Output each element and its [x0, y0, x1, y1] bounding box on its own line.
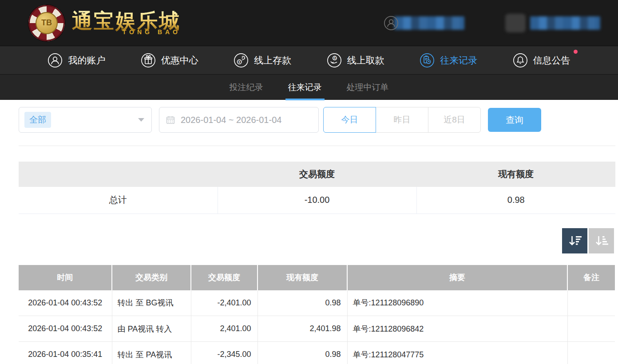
notification-dot — [574, 50, 578, 54]
cell-amount: -2,401.00 — [191, 290, 258, 316]
records-header-row: 时间 交易类别 交易额度 现有额度 摘要 备注 — [19, 265, 615, 290]
search-button[interactable]: 查询 — [488, 108, 541, 132]
gift-icon — [141, 53, 156, 68]
logged-in-username — [384, 16, 464, 31]
summary-total-balance: 0.98 — [416, 187, 615, 214]
sort-controls — [0, 228, 614, 253]
withdraw-hand-coin-icon: $ — [327, 53, 342, 68]
redacted-username — [394, 16, 464, 30]
bell-icon — [513, 53, 528, 68]
user-icon — [48, 53, 63, 68]
cell-summary: 单号:121128096890 — [347, 290, 567, 316]
summary-total-label: 总计 — [19, 187, 218, 214]
divider — [19, 146, 615, 146]
yesterday-button[interactable]: 昨日 — [376, 107, 428, 133]
nav-item-label: 我的账户 — [68, 54, 105, 67]
nav-item-promotions[interactable]: 优惠中心 — [141, 53, 198, 68]
today-button[interactable]: 今日 — [323, 107, 376, 133]
nav-item-label: 优惠中心 — [161, 54, 198, 67]
nav-item-announcements[interactable]: 信息公告 — [513, 53, 570, 68]
nav-item-label: 信息公告 — [533, 54, 570, 67]
table-row: 2026-01-04 00:43:52 转出 至 BG视讯 -2,401.00 … — [19, 290, 615, 316]
summary-header-balance: 现有额度 — [416, 162, 615, 187]
chevron-down-icon — [138, 118, 144, 122]
brand-logo: TB 通宝娱乐城 TONG BAO — [28, 5, 181, 41]
cell-time: 2026-01-04 00:43:52 — [19, 290, 112, 316]
tab-betting-records[interactable]: 投注纪录 — [229, 75, 264, 100]
cell-note — [567, 290, 615, 316]
header-time: 时间 — [19, 265, 112, 290]
last-8-days-button[interactable]: 近8日 — [428, 107, 481, 133]
site-header: TB 通宝娱乐城 TONG BAO — [0, 0, 618, 46]
sort-descending-button[interactable] — [562, 228, 587, 253]
sort-desc-icon — [567, 233, 582, 248]
summary-total-row: 总计 -10.00 0.98 — [19, 187, 615, 214]
cell-summary: 单号:121128047775 — [347, 342, 567, 364]
records-table: 时间 交易类别 交易额度 现有额度 摘要 备注 2026-01-04 00:43… — [19, 265, 615, 364]
cell-balance: 0.98 — [258, 342, 347, 364]
summary-total-transaction: -10.00 — [218, 187, 416, 214]
summary-header-empty — [19, 162, 218, 187]
nav-item-online-deposit[interactable]: ¥ 线上存款 — [234, 53, 291, 68]
poker-chip-logo-icon: TB — [28, 5, 65, 41]
cell-type: 由 PA视讯 转入 — [112, 316, 191, 342]
cell-amount: -2,345.00 — [191, 342, 258, 364]
sort-asc-icon — [594, 233, 609, 248]
brand-subtitle: TONG BAO — [123, 28, 181, 36]
calendar-icon — [166, 115, 175, 125]
type-select[interactable]: 全部 — [19, 107, 152, 133]
cell-note — [567, 316, 615, 342]
tab-pending-orders[interactable]: 处理中订单 — [346, 75, 390, 100]
cell-time: 2026-01-04 00:43:52 — [19, 316, 112, 342]
sort-ascending-button[interactable] — [589, 228, 614, 253]
chip-initials: TB — [36, 12, 58, 34]
nav-item-label: 往来记录 — [440, 54, 477, 67]
header-summary: 摘要 — [347, 265, 567, 290]
header-balance: 现有额度 — [258, 265, 347, 290]
cell-balance: 0.98 — [258, 290, 347, 316]
cell-amount: 2,401.00 — [191, 316, 258, 342]
redacted-balance — [530, 16, 600, 30]
account-balance-area — [505, 14, 600, 32]
cell-type: 转出 至 PA视讯 — [112, 342, 191, 364]
summary-header-transaction: 交易额度 — [218, 162, 416, 187]
nav-item-label: 线上存款 — [254, 54, 291, 67]
table-row: 2026-01-04 00:43:52 由 PA视讯 转入 2,401.00 2… — [19, 316, 615, 342]
cell-type: 转出 至 BG视讯 — [112, 290, 191, 316]
summary-table: 交易额度 现有额度 总计 -10.00 0.98 — [19, 162, 615, 214]
main-nav: 我的账户 优惠中心 ¥ 线上存款 $ 线上取款 — [0, 46, 618, 74]
user-icon — [384, 16, 399, 31]
date-range-input[interactable]: 2026-01-04 ~ 2026-01-04 — [159, 107, 319, 133]
header-type: 交易类别 — [112, 265, 191, 290]
nav-item-online-withdrawal[interactable]: $ 线上取款 — [327, 53, 384, 68]
quick-date-buttons: 今日 昨日 近8日 — [323, 107, 481, 133]
header-amount: 交易额度 — [191, 265, 258, 290]
transfer-records-icon — [420, 53, 435, 68]
filter-row: 全部 2026-01-04 ~ 2026-01-04 今日 昨日 近8日 查询 — [19, 107, 618, 133]
date-range-value: 2026-01-04 ~ 2026-01-04 — [181, 115, 281, 125]
redacted-balance-icon — [505, 14, 526, 32]
cell-balance: 2,401.98 — [258, 316, 347, 342]
table-row: 2026-01-04 00:35:41 转出 至 PA视讯 -2,345.00 … — [19, 342, 615, 364]
sub-tab-bar: 投注纪录 往来记录 处理中订单 — [0, 74, 618, 100]
cell-time: 2026-01-04 00:35:41 — [19, 342, 112, 364]
nav-item-transfer-records[interactable]: 往来记录 — [420, 53, 477, 68]
nav-item-label: 线上取款 — [347, 54, 384, 67]
tab-transfer-records[interactable]: 往来记录 — [287, 75, 323, 100]
cell-summary: 单号:121128096842 — [347, 316, 567, 342]
selected-type-tag[interactable]: 全部 — [24, 112, 51, 128]
nav-item-my-account[interactable]: 我的账户 — [48, 53, 105, 68]
header-note: 备注 — [567, 265, 615, 290]
deposit-hand-coin-icon: ¥ — [234, 53, 249, 68]
cell-note — [567, 342, 615, 364]
